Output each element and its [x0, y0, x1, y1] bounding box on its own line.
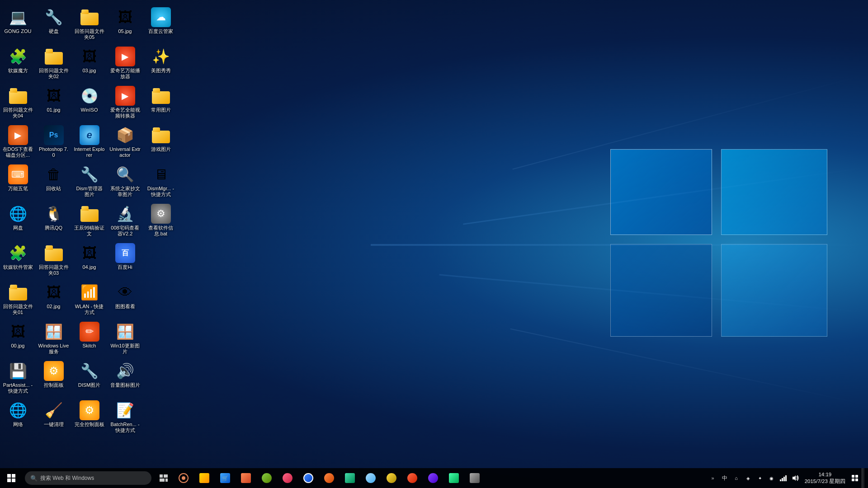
desktop-icon-dism-tupian[interactable]: 🔧DISM图片 [72, 359, 106, 397]
desktop-icon-05-jpg[interactable]: 🖼05.jpg [108, 5, 142, 43]
taskbar-app-app5[interactable] [423, 468, 443, 488]
taskbar-app-app1[interactable] [340, 468, 360, 488]
tray-icon-3[interactable]: ✦ [755, 473, 765, 483]
desktop-icon-quannengyouxiangzhuanhuanqi[interactable]: ▶爱奇艺全能视频转换器 [108, 84, 142, 122]
photoshop-icon-image: Ps [44, 125, 64, 145]
desktop-icon-wangluo[interactable]: 🌐网络 [1, 398, 35, 436]
quannengyouxiangzhuanhuanqi-icon-image: ▶ [115, 86, 135, 106]
desktop-icon-area: 💻GONG ZOU🧩软媒魔方 回答问题文件夹04▶在DOS下查看磁盘分区...⌨… [0, 0, 145, 470]
tray-icon-4[interactable]: ◉ [767, 473, 777, 483]
chakanruanjian-icon-image: ⚙ [151, 204, 171, 224]
desktop-icon-photoshop[interactable]: PsPhotoshop 7.0 [37, 123, 71, 161]
taskbar-app-app2[interactable] [361, 468, 381, 488]
desktop-icon-wangzhan-99[interactable]: 王辰99稿验证文 [72, 202, 106, 240]
desktop-icon-wui-wenjian-05[interactable]: 回答问题文件夹05 [72, 5, 106, 43]
desktop-icon-aiqiyi[interactable]: ▶爱奇艺万能播放器 [108, 44, 142, 83]
desktop-icon-01-jpg[interactable]: 🖼01.jpg [37, 84, 71, 122]
show-desktop-button[interactable] [862, 468, 864, 488]
taskbar-app-app6[interactable] [444, 468, 464, 488]
network-icon[interactable] [778, 473, 788, 483]
desktop-icon-wui-wenjian-04[interactable]: 回答问题文件夹03 [37, 241, 71, 279]
ruanmei-mofa-icon-label: 软媒魔方 [8, 68, 28, 74]
svg-rect-12 [855, 479, 858, 481]
desktop-icon-internet-explorer[interactable]: eInternet Explorer [72, 123, 106, 161]
start-button[interactable] [0, 468, 23, 488]
desktop-icon-youxi-tupian[interactable]: 游戏图片 [144, 123, 178, 161]
desktop-icon-ruanmei-ruanjian[interactable]: 🧩软媒软件管家 [1, 241, 35, 279]
task-view-icon [160, 474, 168, 482]
taskbar-app-browser1[interactable] [298, 468, 318, 488]
system-clock[interactable]: 14:19 2015/7/23 星期四 [802, 471, 848, 485]
svg-rect-1 [164, 474, 168, 478]
desktop-icon-kongzhimianban[interactable]: ⚙控制面板 [37, 359, 71, 397]
batchrename-icon-image: 📝 [115, 400, 135, 420]
desktop-icon-chakanruanjian[interactable]: ⚙查看软件信息.bat [144, 202, 178, 240]
desktop-icon-04-jpg[interactable]: 🖼04.jpg [72, 241, 106, 279]
desktop-icon-win10-gengxin[interactable]: 🪟Win10更新图片 [108, 319, 142, 358]
desktop-icon-gong-zou[interactable]: 💻GONG ZOU [1, 5, 35, 43]
desktop-icon-tencent-qq[interactable]: 🐧腾讯QQ [37, 202, 71, 240]
desktop-icon-wangpan[interactable]: 🌐网盘 [1, 202, 35, 240]
taskbar-app-media2[interactable] [278, 468, 297, 488]
desktop-icon-dismgr[interactable]: 🖥DismMgr... - 快捷方式 [144, 162, 178, 201]
desktop-icon-yijianqingli[interactable]: 🧹一键清理 [37, 398, 71, 436]
desktop-icon-waneng-wubi[interactable]: ⌨万能五笔 [1, 162, 35, 201]
wui-wenjian-01-icon-image [8, 86, 28, 106]
desktop-icon-meitu-xiuxiu[interactable]: ✨美图秀秀 [144, 44, 178, 83]
desktop-icon-winiso[interactable]: 💿WinISO [72, 84, 106, 122]
desktop-icon-wui-wenjian-02[interactable]: 回答问题文件夹01 [1, 280, 35, 319]
desktop-icon-changyong-tupian[interactable]: 常用图片 [144, 84, 178, 122]
taskbar-app-browser2[interactable] [319, 468, 339, 488]
desktop-icon-batchrename[interactable]: 📝BatchRen... - 快捷方式 [108, 398, 142, 436]
desktop-icon-yinyuetupian[interactable]: 🔊音量图标图片 [108, 359, 142, 397]
taskbar-search-box[interactable]: 🔍 搜索 Web 和 Windows [25, 471, 151, 485]
desktop-icon-02-jpg[interactable]: 🖼02.jpg [37, 280, 71, 319]
taskbar-app-cortana[interactable] [174, 468, 193, 488]
wui-wenjian-03-icon-image [44, 47, 64, 66]
huisouzhan-icon-image: 🗑 [44, 164, 64, 184]
taskbar-app-media1[interactable] [257, 468, 277, 488]
svg-rect-3 [165, 479, 168, 482]
desktop-icon-yingpan[interactable]: 🔧硬盘 [37, 5, 71, 43]
desktop-icon-baidu-hi[interactable]: 百百度Hi [108, 241, 142, 279]
taskbar-app-app3[interactable] [382, 468, 401, 488]
desktop-icon-baidu-yunguanjia[interactable]: ☁百度云管家 [144, 5, 178, 43]
desktop-icon-00-jpg[interactable]: 🖼00.jpg [1, 319, 35, 358]
wui-wenjian-05-icon-label: 回答问题文件夹05 [74, 28, 105, 40]
tray-expand-button[interactable]: » [708, 473, 718, 483]
taskbar-app-store[interactable]: 🛒 [215, 468, 235, 488]
aiqiyi-icon-label: 爱奇艺万能播放器 [109, 68, 141, 80]
desktop-icon-wui-wenjian-03[interactable]: 回答问题文件夹02 [37, 44, 71, 83]
app7-icon [470, 473, 480, 483]
task-view-button[interactable] [154, 468, 174, 488]
desktop-icon-dos-xiazai[interactable]: ▶在DOS下查看磁盘分区... [1, 123, 35, 161]
taskbar-app-explorer[interactable] [194, 468, 214, 488]
desktop-icon-wlan[interactable]: 📶WLAN - 快捷方式 [72, 280, 106, 319]
store-icon: 🛒 [220, 473, 230, 483]
desktop-icon-03-jpg[interactable]: 🖼03.jpg [72, 44, 106, 83]
action-center-icon[interactable] [850, 473, 860, 483]
tray-icon-2[interactable]: ◈ [743, 473, 753, 483]
tray-icon-1[interactable]: ⌂ [731, 473, 741, 483]
desktop-icon-partassist[interactable]: 💾PartAssist... - 快捷方式 [1, 359, 35, 397]
desktop-icon-ruanmei-mofa[interactable]: 🧩软媒魔方 [1, 44, 35, 83]
desktop-icon-windows-live[interactable]: 🪟Windows Live 服务 [37, 319, 71, 358]
taskbar-app-photos[interactable] [236, 468, 256, 488]
input-method-indicator[interactable]: 中 [720, 473, 730, 483]
desktop-icon-universal-extractor[interactable]: 📦Universal Extractor [108, 123, 142, 161]
desktop-icon-xitongzhijia[interactable]: 🔍系统之家抄文章图片 [108, 162, 142, 201]
desktop-icon-meitukankan[interactable]: 👁图图看看 [108, 280, 142, 319]
desktop-icon-wui-wenjian-01[interactable]: 回答问题文件夹04 [1, 84, 35, 122]
svg-rect-6 [783, 477, 785, 481]
speaker-icon[interactable] [790, 473, 800, 483]
desktop-icon-wangquan-kongzhimianban[interactable]: ⚙完全控制面板 [72, 398, 106, 436]
desktop-icon-skitch[interactable]: ✏Skitch [72, 319, 106, 358]
taskbar-app-app4[interactable] [402, 468, 422, 488]
desktop-icon-008-cima[interactable]: 🔬008宅码查看器V2.2 [108, 202, 142, 240]
taskbar-app-app7[interactable] [465, 468, 485, 488]
desktop-icon-dism-guanliqi[interactable]: 🔧Dism管理器图片 [72, 162, 106, 201]
wangzhan-99-icon-label: 王辰99稿验证文 [74, 225, 105, 237]
wangquan-kongzhimianban-icon-label: 完全控制面板 [75, 422, 104, 427]
desktop-icon-huisouzhan[interactable]: 🗑回收站 [37, 162, 71, 201]
yijianqingli-icon-label: 一键清理 [44, 422, 64, 427]
